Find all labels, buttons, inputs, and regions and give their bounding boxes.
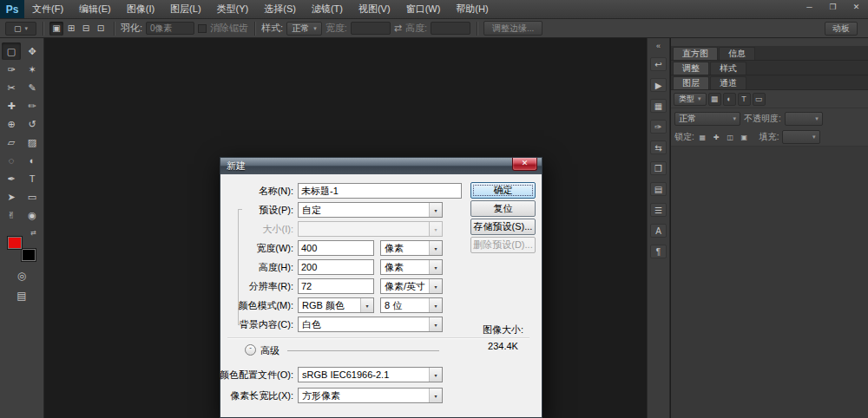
menu-file[interactable]: 文件(F) — [24, 0, 71, 18]
resolution-input[interactable] — [298, 278, 374, 294]
quick-mask-icon[interactable]: ◎ — [17, 270, 26, 282]
width-input[interactable] — [298, 240, 374, 256]
new-selection-icon[interactable]: ▣ — [49, 22, 63, 36]
tool-clone-stamp[interactable]: ⊕ — [2, 115, 21, 133]
tool-crop[interactable]: ✂ — [2, 79, 21, 96]
tool-rectangle[interactable]: ▭ — [23, 188, 42, 206]
menu-filter[interactable]: 滤镜(T) — [304, 0, 351, 18]
swatches-panel-icon[interactable]: ▦ — [650, 99, 667, 113]
tool-magic-wand[interactable]: ✶ — [23, 61, 42, 78]
menu-help[interactable]: 帮助(H) — [448, 0, 496, 18]
tab-channels[interactable]: 通道 — [710, 76, 746, 89]
menu-type[interactable]: 类型(Y) — [209, 0, 257, 18]
tab-histogram[interactable]: 直方图 — [673, 47, 718, 60]
tool-preset-picker[interactable]: ▢ ▾ — [5, 22, 36, 36]
tool-type[interactable]: T — [23, 170, 42, 187]
screen-mode-icon[interactable]: ▤ — [16, 290, 26, 302]
bit-depth-dropdown[interactable]: 8 位 ▾ — [380, 297, 443, 313]
tool-hand[interactable]: ✌ — [2, 206, 21, 224]
tool-lasso[interactable]: ✑ — [2, 61, 21, 78]
antialias-checkbox[interactable] — [198, 24, 207, 33]
filter-pixel-layers-icon[interactable]: ▦ — [708, 93, 721, 106]
tab-adjustments[interactable]: 调整 — [673, 62, 709, 75]
height-input[interactable] — [431, 22, 470, 35]
style-dropdown[interactable]: 正常 ▾ — [286, 22, 322, 36]
tab-layers[interactable]: 图层 — [673, 76, 709, 89]
lock-image-icon[interactable]: ✚ — [711, 132, 722, 143]
reset-button[interactable]: 复位 — [470, 200, 536, 217]
character-panel-icon[interactable]: A — [650, 224, 667, 238]
advanced-toggle-icon[interactable]: ˆ — [245, 344, 256, 356]
filter-shape-layers-icon[interactable]: ▭ — [753, 93, 766, 106]
pixel-aspect-dropdown[interactable]: 方形像素 ▾ — [298, 388, 443, 403]
menu-window[interactable]: 窗口(W) — [398, 0, 449, 18]
restore-icon[interactable]: ❐ — [821, 0, 845, 14]
tool-history-brush[interactable]: ↺ — [23, 115, 42, 133]
resolution-unit-dropdown[interactable]: 像素/英寸 ▾ — [380, 278, 443, 294]
tool-rectangular-marquee[interactable]: ▢ — [2, 42, 21, 60]
subtract-from-selection-icon[interactable]: ⊟ — [79, 22, 93, 36]
brush-panel-icon[interactable]: ✑ — [650, 120, 667, 134]
fill-label: 填充: — [760, 131, 779, 143]
tool-path-selection[interactable]: ➤ — [2, 188, 21, 206]
tool-move[interactable]: ✥ — [23, 42, 42, 60]
filter-type-layers-icon[interactable]: T — [738, 93, 751, 106]
background-dropdown[interactable]: 白色 ▾ — [298, 317, 443, 332]
properties-panel-icon[interactable]: ▶ — [650, 78, 667, 92]
menu-layer[interactable]: 图层(L) — [162, 0, 208, 18]
dialog-title-bar[interactable]: 新建 ✕ — [220, 158, 542, 174]
save-preset-button[interactable]: 存储预设(S)... — [470, 219, 536, 235]
swap-colors-icon[interactable]: ⇄ — [30, 230, 36, 237]
clone-source-panel-icon[interactable]: ⇆ — [650, 140, 667, 154]
blend-mode-dropdown[interactable]: 正常 ▾ — [674, 112, 740, 126]
tool-brush[interactable]: ✏ — [23, 97, 42, 114]
navigator-panel-icon[interactable]: ❒ — [650, 161, 667, 175]
tool-spot-healing-brush[interactable]: ✚ — [2, 97, 21, 114]
preset-dropdown[interactable]: 自定 ▾ — [298, 202, 443, 218]
background-color-swatch[interactable] — [21, 248, 36, 262]
workspace-switcher[interactable]: 动板 — [825, 22, 858, 36]
menu-view[interactable]: 视图(V) — [351, 0, 398, 18]
tool-pen[interactable]: ✒ — [2, 170, 21, 187]
height-input[interactable] — [298, 259, 374, 275]
tool-zoom[interactable]: ◉ — [23, 206, 42, 224]
tool-eyedropper[interactable]: ✎ — [23, 79, 42, 96]
intersect-selection-icon[interactable]: ⊡ — [94, 22, 108, 36]
dialog-close-icon[interactable]: ✕ — [512, 158, 537, 171]
paragraph-panel-icon[interactable]: ¶ — [650, 245, 667, 258]
close-icon[interactable]: ✕ — [845, 0, 868, 14]
history-panel-icon[interactable]: ↩ — [650, 57, 667, 71]
width-unit-dropdown[interactable]: 像素 ▾ — [380, 240, 443, 256]
tool-eraser[interactable]: ▱ — [2, 134, 21, 151]
menu-select[interactable]: 选择(S) — [256, 0, 304, 18]
filter-adjustment-layers-icon[interactable]: ◐ — [723, 93, 736, 106]
tool-blur[interactable]: ◌ — [2, 152, 21, 169]
tab-styles[interactable]: 样式 — [710, 62, 746, 75]
tool-gradient[interactable]: ▨ — [23, 134, 42, 151]
color-mode-dropdown[interactable]: RGB 颜色 ▾ — [298, 297, 374, 313]
opacity-dropdown[interactable]: ▾ — [785, 112, 823, 126]
lock-all-icon[interactable]: ▣ — [739, 132, 750, 143]
tool-presets-panel-icon[interactable]: ☰ — [650, 203, 667, 217]
swap-dimensions-icon[interactable]: ⇄ — [394, 23, 402, 34]
expand-panels-icon[interactable]: « — [656, 42, 661, 50]
tab-info[interactable]: 信息 — [719, 47, 755, 60]
foreground-color-swatch[interactable] — [7, 236, 23, 250]
width-input[interactable] — [351, 22, 391, 35]
tool-dodge[interactable]: ◐ — [23, 152, 42, 169]
height-unit-dropdown[interactable]: 像素 ▾ — [380, 259, 443, 275]
fill-dropdown[interactable]: ▾ — [782, 130, 820, 144]
refine-edge-button[interactable]: 调整边缘... — [483, 21, 542, 36]
menu-edit[interactable]: 编辑(E) — [71, 0, 119, 18]
add-to-selection-icon[interactable]: ⊞ — [64, 22, 78, 36]
name-input[interactable] — [298, 183, 462, 199]
notes-panel-icon[interactable]: ▤ — [650, 182, 667, 196]
minimize-icon[interactable]: ─ — [798, 0, 821, 14]
layer-filter-kind-dropdown[interactable]: 类型 ▾ — [674, 93, 707, 106]
feather-input[interactable] — [146, 22, 194, 35]
lock-position-icon[interactable]: ◫ — [725, 132, 736, 143]
menu-image[interactable]: 图像(I) — [119, 0, 162, 18]
ok-button[interactable]: 确定 — [470, 182, 536, 199]
lock-pixels-icon[interactable]: ▦ — [697, 132, 708, 143]
color-profile-dropdown[interactable]: sRGB IEC61966-2.1 ▾ — [298, 367, 443, 382]
